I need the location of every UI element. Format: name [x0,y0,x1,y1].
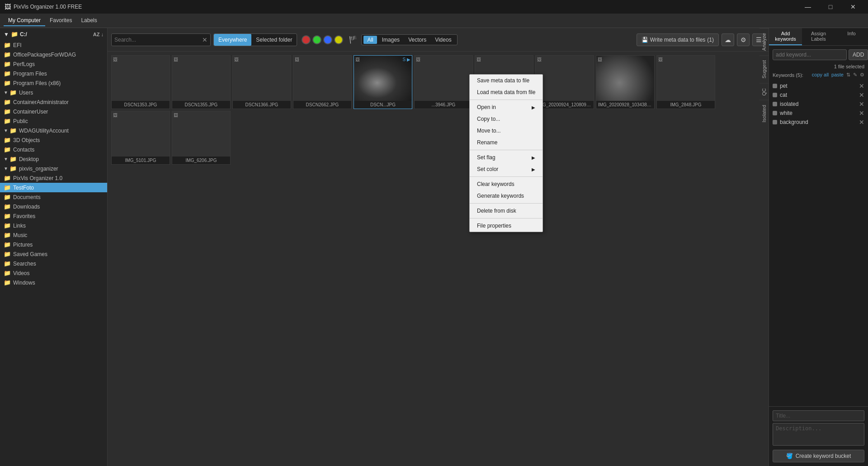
color-filter-red[interactable] [302,35,311,44]
sidebar-item-officepackages[interactable]: 📁 OfficePackagesForWDAG [0,50,107,59]
filter-all-button[interactable]: All [363,36,377,44]
paste-button[interactable]: paste [831,72,844,78]
side-tab-isolated[interactable]: Isolated [760,100,769,127]
context-save-meta[interactable]: Save meta data to file [470,75,542,86]
sidebar-item-perflogs[interactable]: 📁 PerfLogs [0,59,107,69]
context-copy-to[interactable]: Copy to... [470,113,542,125]
keyword-remove-button[interactable]: ✕ [859,119,864,125]
keyword-remove-button[interactable]: ✕ [859,110,864,116]
description-input[interactable] [773,423,864,446]
nav-labels[interactable]: Labels [76,15,101,26]
sidebar-item-pictures[interactable]: 📁 Pictures [0,240,107,249]
context-delete-from-disk[interactable]: Delete from disk [470,205,542,217]
side-tab-analyze[interactable]: Analyze [760,28,769,55]
tab-info[interactable]: Info [835,28,868,45]
sidebar-root-label: C:/ [20,31,93,38]
image-item[interactable]: 🖼 ...3946.JPG [414,55,473,109]
settings-button[interactable]: ⚙ [737,33,750,46]
sidebar-item-efi[interactable]: 📁 EFI [0,40,107,50]
filter-vectors-button[interactable]: Vectors [405,36,430,44]
sidebar-item-testfoto[interactable]: 📁 TestFoto [0,183,107,192]
context-open-in[interactable]: Open in ▶ [470,101,542,113]
sidebar-item-pixvis10[interactable]: 📁 PixVis Organizer 1.0 [0,173,107,183]
image-item[interactable]: 🖼 IMG_20200928_103438.jpg [596,55,655,109]
minimize-button[interactable]: — [797,0,818,14]
search-input[interactable] [114,37,202,43]
filter-videos-button[interactable]: Videos [431,36,455,44]
context-rename[interactable]: Rename [470,137,542,148]
maximize-button[interactable]: □ [820,0,841,14]
image-item[interactable]: 🖼 DSCN1366.JPG [232,55,291,109]
side-tab-qc[interactable]: QC [760,83,769,100]
title-input[interactable] [773,410,864,421]
image-item[interactable]: 🖼 IMG_6206.JPG [172,111,231,165]
image-item-selected[interactable]: 🖼 S ▶ DSCN...JPG [354,55,412,109]
sidebar-item-users[interactable]: ▼ 📁 Users [0,88,107,97]
image-item[interactable]: 🖼 IMG_2848.JPG [656,55,715,109]
create-keyword-bucket-button[interactable]: 🪣 Create keyword bucket [773,450,864,462]
color-filter-yellow[interactable] [334,35,343,44]
sidebar-item-music[interactable]: 📁 Music [0,230,107,240]
nav-favorites[interactable]: Favorites [45,15,76,26]
sidebar-item-videos[interactable]: 📁 Videos [0,268,107,278]
sidebar-item-wdagutility[interactable]: ▼ 📁 WDAGUtilityAccount [0,126,107,135]
add-keyword-input[interactable] [773,49,847,60]
sidebar-item-containeradmin[interactable]: 📁 ContainerAdministrator [0,97,107,107]
nav-my-computer[interactable]: My Computer [4,15,45,26]
context-generate-keywords[interactable]: Generate keywords [470,190,542,202]
color-filter-green[interactable] [312,35,321,44]
sidebar-item-programfiles[interactable]: 📁 Program Files [0,69,107,78]
tab-assign-labels[interactable]: Assign Labels [802,28,835,45]
context-clear-keywords[interactable]: Clear keywords [470,178,542,190]
keyword-remove-button[interactable]: ✕ [859,83,864,89]
sidebar-item-downloads[interactable]: 📁 Downloads [0,202,107,211]
location-selected-folder-button[interactable]: Selected folder [251,34,297,46]
upload-button[interactable]: ☁ [722,33,734,46]
side-tab-suggest[interactable]: Suggest [760,55,769,83]
context-set-color[interactable]: Set color ▶ [470,163,542,175]
copy-all-button[interactable]: copy all [812,72,829,78]
tab-add-keywords[interactable]: Add keywords [769,28,802,45]
image-item[interactable]: 🖼 IMG_20200924_120809.jpg [535,55,594,109]
sidebar-sort-header[interactable]: ▼ 📁 C:/ AZ ↓ [0,28,107,40]
sidebar-item-links[interactable]: 📁 Links [0,221,107,230]
keyword-remove-button[interactable]: ✕ [859,101,864,107]
close-button[interactable]: ✕ [843,0,863,14]
flag-filter-button[interactable]: 🏴 [348,34,359,45]
sidebar-item-pixvis-organizer[interactable]: ▼ 📁 pixvis_organizer [0,164,107,173]
settings-keywords-button[interactable]: ⚙ [860,72,864,78]
location-everywhere-button[interactable]: Everywhere [214,34,251,46]
image-filename: DSCN...JPG [354,101,412,109]
sidebar-item-searches[interactable]: 📁 Searches [0,259,107,268]
sidebar-item-favorites[interactable]: 📁 Favorites [0,211,107,221]
add-keyword-button[interactable]: ADD [849,49,868,60]
filter-images-button[interactable]: Images [378,36,403,44]
sidebar-item-desktop[interactable]: ▼ 📁 Desktop [0,154,107,164]
sidebar-item-public[interactable]: 📁 Public [0,116,107,126]
write-meta-button[interactable]: 💾 Write meta data to files (1) [637,33,719,46]
color-filter-blue[interactable] [323,35,332,44]
context-move-to[interactable]: Move to... [470,125,542,137]
sort-label[interactable]: AZ ↓ [93,32,104,37]
sidebar-item-3dobjects[interactable]: 📁 3D Objects [0,135,107,145]
sidebar-item-documents[interactable]: 📁 Documents [0,192,107,202]
thumbnail [293,56,351,101]
image-item[interactable]: 🖼 IMG_5101.JPG [111,111,170,165]
context-file-properties[interactable]: File properties [470,220,542,232]
sidebar-item-programfilesx86[interactable]: 📁 Program Files (x86) [0,78,107,88]
context-load-meta[interactable]: Load meta data from file [470,86,542,98]
sidebar-item-windows[interactable]: 📁 Windows [0,278,107,287]
image-item[interactable]: 🖼 DSCN1353.JPG [111,55,170,109]
sort-keywords-button[interactable]: ⇅ [846,72,850,78]
keywords-header: Keywords (5): copy all paste ⇅ ✎ ⚙ [773,72,864,78]
keyword-remove-button[interactable]: ✕ [859,92,864,98]
search-clear-button[interactable]: ✕ [202,36,208,43]
sidebar-item-contacts[interactable]: 📁 Contacts [0,145,107,154]
context-separator [470,100,542,100]
image-item[interactable]: 🖼 DSCN1355.JPG [172,55,231,109]
context-set-flag[interactable]: Set flag ▶ [470,152,542,163]
image-item[interactable]: 🖼 DSCN2662.JPG [293,55,352,109]
sidebar-item-containeruser[interactable]: 📁 ContainerUser [0,107,107,116]
sidebar-item-savedgames[interactable]: 📁 Saved Games [0,249,107,259]
edit-keywords-button[interactable]: ✎ [853,72,857,78]
